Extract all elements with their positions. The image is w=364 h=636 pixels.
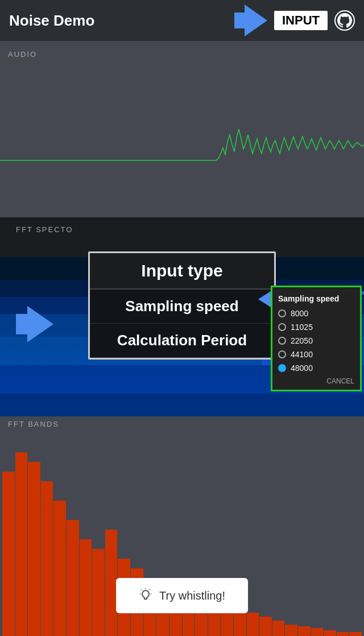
sampling-option-22050[interactable]: 22050: [272, 334, 360, 348]
svg-line-14: [141, 589, 142, 590]
menu-item-calculation-period[interactable]: Calculation Period: [90, 324, 274, 358]
fft-section: FFT SPECTO Input type Sampling speed Cal…: [0, 217, 364, 416]
band-bar: [53, 501, 66, 636]
radio-8000[interactable]: [278, 309, 286, 317]
band-bar: [15, 452, 28, 636]
band-bar: [259, 617, 272, 636]
band-bar: [2, 472, 15, 636]
radio-44100[interactable]: [278, 350, 286, 358]
band-bar: [298, 626, 311, 636]
band-bar: [92, 549, 105, 636]
waveform-svg: [0, 104, 364, 217]
github-icon[interactable]: [334, 10, 355, 31]
try-whistling-button[interactable]: Try whistling!: [116, 578, 248, 613]
try-whistling-label: Try whistling!: [159, 589, 225, 602]
app-header: Noise Demo INPUT: [0, 0, 364, 41]
band-bar: [337, 632, 349, 636]
app-title: Noise Demo: [9, 12, 94, 30]
menu-item-sampling-speed[interactable]: Sampling speed: [90, 290, 274, 324]
band-bar: [285, 625, 297, 636]
radio-22050[interactable]: [278, 337, 286, 345]
band-bar: [272, 621, 285, 636]
sampling-option-8000[interactable]: 8000: [272, 307, 360, 320]
fft-bands-label: FFT BANDS: [0, 416, 364, 432]
sampling-option-44100[interactable]: 44100: [272, 348, 360, 361]
input-badge[interactable]: INPUT: [274, 11, 328, 30]
sampling-speed-dropdown: Sampling speed 8000 11025 22050 44100 48…: [271, 286, 362, 391]
band-bar: [67, 520, 79, 636]
audio-section: AUDIO: [0, 41, 364, 217]
fft-section-arrow: [16, 306, 53, 342]
header-right: INPUT: [234, 5, 355, 36]
sampling-dropdown-title: Sampling speed: [272, 292, 360, 307]
radio-48000[interactable]: [278, 364, 286, 372]
svg-line-16: [150, 589, 150, 590]
bulb-icon: [139, 587, 152, 604]
sampling-option-48000[interactable]: 48000: [272, 361, 360, 375]
sampling-dropdown-arrow: [258, 291, 271, 307]
cancel-button[interactable]: CANCEL: [272, 375, 360, 387]
band-bar: [324, 630, 336, 636]
band-bar: [311, 628, 324, 636]
audio-label: AUDIO: [0, 47, 364, 62]
sampling-option-11025[interactable]: 11025: [272, 320, 360, 334]
waveform-container: [0, 104, 364, 217]
band-bar: [41, 481, 53, 636]
radio-11025[interactable]: [278, 323, 286, 331]
fft-specto-label: FFT SPECTO: [8, 222, 81, 237]
svg-rect-7: [0, 394, 364, 416]
band-bar: [80, 539, 92, 636]
band-bar: [247, 613, 259, 636]
band-bar: [28, 462, 40, 636]
menu-title: Input type: [90, 253, 274, 290]
input-type-menu: Input type Sampling speed Calculation Pe…: [88, 251, 276, 360]
fft-bands-section: FFT BANDS: [0, 416, 364, 636]
band-bar: [349, 632, 362, 636]
